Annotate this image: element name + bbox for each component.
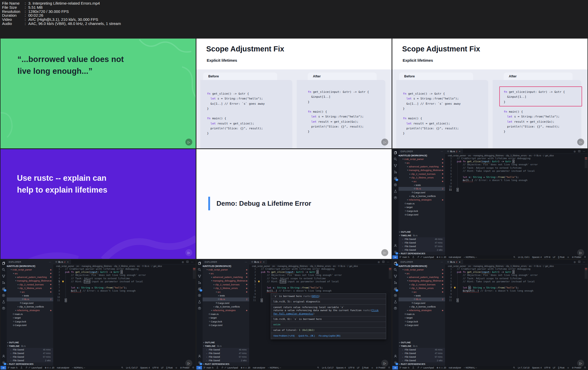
search-icon[interactable] — [394, 268, 397, 272]
feedback-item[interactable]: ☺ — [566, 256, 571, 258]
tree-item-tests[interactable]: ▸tests — [203, 294, 249, 297]
timeline-item[interactable]: ○File Saved57 mins — [399, 355, 445, 359]
minimap[interactable] — [389, 267, 392, 366]
problems-item[interactable]: ⊗4⚠20 — [435, 366, 448, 369]
sync-icon[interactable]: ↻ — [212, 366, 214, 369]
tree-item-clip-3-lifetime-errors[interactable]: ▾clip_3_lifetime_errors — [203, 286, 249, 290]
minimap[interactable] — [585, 267, 587, 366]
code-line[interactable]: 7 let s: String = String::from("hello"); — [249, 286, 389, 289]
tree-item-src[interactable]: ▾src — [399, 179, 445, 183]
workspace-row[interactable]: ▾UNTITLED (WORKSPACE) — [203, 264, 249, 268]
minimap[interactable] — [585, 157, 587, 255]
notifications-item[interactable] — [387, 366, 392, 369]
timeline-item[interactable]: ○File Saved57 mins — [399, 245, 445, 248]
code-line[interactable]: 11} — [53, 299, 193, 302]
copilot-icon[interactable] — [198, 306, 201, 310]
code-line[interactable]: 10 — [53, 296, 193, 299]
branch-item[interactable]: main↻ — [398, 256, 411, 259]
run-debug-icon[interactable] — [2, 281, 5, 284]
tree-item-src[interactable]: ▾src — [7, 290, 53, 294]
source-control-icon[interactable] — [2, 274, 5, 278]
rust-analyzer-item[interactable]: rust-analyzer — [447, 256, 462, 258]
language-item[interactable]: {} Rust — [557, 366, 566, 369]
feedback-item[interactable]: ☺ — [174, 366, 179, 369]
code-line[interactable]: 2pub fn get_slice(input: &str) -> &str { — [53, 270, 193, 274]
code-line[interactable]: 11} — [445, 299, 585, 302]
run-debug-icon[interactable] — [394, 170, 397, 174]
tree-item-advanced-pattern-matching[interactable]: ▸advanced_pattern_matching — [203, 275, 249, 279]
search-icon[interactable] — [198, 268, 201, 272]
code-line[interactable]: 1// CrabScript parser with lifetime erro… — [53, 267, 193, 270]
tree-item-cargo-toml[interactable]: ⚙Cargo.toml — [7, 301, 53, 305]
tree-item-clip-4-borrow-conflicts[interactable]: ▸clip_4_borrow_conflicts — [399, 305, 445, 309]
tree-item-cargo-toml[interactable]: ⚙Cargo.toml — [399, 191, 445, 194]
branch-item[interactable]: main↻ — [398, 366, 411, 369]
rust-analyzer-item[interactable]: rust-analyzer — [447, 366, 462, 369]
prettier-item[interactable]: ⊘Prettier — [571, 366, 583, 369]
outline-panel-header[interactable]: ▸OUTLINE — [399, 341, 445, 344]
tree-item-advanced-pattern-matching[interactable]: ▸advanced_pattern_matching — [399, 165, 445, 168]
workspace-row[interactable]: ▾UNTITLED (WORKSPACE) — [7, 264, 53, 268]
run-circle-icon[interactable] — [198, 294, 201, 297]
tree-item-cargo-toml[interactable]: ⚙Cargo.toml — [399, 301, 445, 305]
gear-icon[interactable]: 1 — [394, 361, 397, 364]
code-line[interactable]: 1// CrabScript parser with lifetime erro… — [445, 267, 585, 270]
tree-item-cargo-lock[interactable]: ≡Cargo.lock — [203, 320, 249, 323]
tab-lib-rs[interactable]: ⛭lib.rs2× — [445, 149, 463, 154]
gear-icon[interactable]: 1 — [394, 250, 397, 254]
close-icon[interactable]: × — [263, 261, 264, 263]
code-line[interactable]: 4 // Task: Adjust scope to extend lifeti… — [445, 166, 585, 169]
more-actions-icon[interactable]: ⋯ — [387, 261, 389, 263]
sync-icon[interactable]: ↻ — [408, 366, 410, 369]
code-line[interactable]: 5 // Hint: Take input as parameter inste… — [53, 280, 193, 283]
more-actions-icon[interactable]: ⋯ — [583, 150, 585, 153]
hover-action-link[interactable]: Quick Fix... (⌘.) — [298, 334, 315, 337]
tree-item-lib-rs[interactable]: ⛭lib.rs2 — [7, 297, 53, 301]
timeline-item[interactable]: ○File Saved47 mins — [399, 241, 445, 245]
tree-item-refactoring-strategies[interactable]: ▸refactoring_strategies — [399, 198, 445, 202]
tree-item-src[interactable]: ▾src — [203, 290, 249, 294]
rust-analyzer-item[interactable]: rust-analyzer — [56, 366, 70, 369]
code-line[interactable]: 2pub fn get_slice(input: &str) -> &str { — [249, 270, 389, 274]
split-editor-icon[interactable] — [186, 260, 189, 264]
tree-item-main-rs[interactable]: ⛭main.rs — [203, 312, 249, 316]
close-icon[interactable]: × — [459, 150, 460, 153]
tree-item-lib-rs[interactable]: ⛭lib.rs2 — [203, 297, 249, 301]
cursor-position[interactable]: Ln 11, Col 1 — [517, 256, 531, 258]
timeline-item[interactable]: ○File Saved47 mins — [7, 351, 53, 355]
code-line[interactable]: 8 &s[1..] // Error: s doesn't live long … — [445, 179, 585, 182]
tree-item-cargo-lock[interactable]: ≡Cargo.lock — [399, 320, 445, 323]
timeline-item[interactable]: ○File Saved47 mins — [203, 351, 249, 355]
notifications-item[interactable] — [583, 366, 587, 369]
tree-item-src[interactable]: ▾src — [203, 272, 249, 275]
code-line[interactable]: 9 — [445, 293, 585, 296]
remote-indicator-icon[interactable]: >< — [392, 366, 398, 369]
tree-item-tests[interactable]: ▸tests — [7, 294, 53, 297]
indent-item[interactable]: Spaces: 4 — [139, 366, 151, 369]
tree-item-cargo-toml[interactable]: ⚙Cargo.toml — [399, 213, 445, 216]
timeline-item[interactable]: ○File Saved46 mins — [7, 348, 53, 351]
tree-item-managing-debugging-lifetimes[interactable]: ▾managing_debugging_lifetimes — [399, 279, 445, 283]
settings-wheel-icon[interactable]: ◎ — [378, 261, 380, 263]
eol-item[interactable]: LF — [551, 256, 557, 258]
source-control-icon[interactable] — [394, 274, 397, 278]
branch-item[interactable]: main↻ — [6, 366, 19, 369]
tree-item-refactoring-strategies[interactable]: ▸refactoring_strategies — [7, 309, 53, 312]
tree-item-clip-4-borrow-conflicts[interactable]: ▸clip_4_borrow_conflicts — [399, 194, 445, 198]
copilot-icon[interactable] — [394, 196, 397, 200]
tree-item-main-rs[interactable]: ⛭main.rs — [7, 312, 53, 316]
prettier-item[interactable]: ⊘Prettier — [571, 256, 583, 258]
code-line[interactable]: 3 // Objective: Fix 'does not live long … — [445, 274, 585, 277]
testing-beaker-icon[interactable] — [198, 300, 201, 304]
code-line[interactable]: 2pub fn get_slice(input: &str) -> &str { — [445, 160, 585, 163]
tree-item-cargo-lock[interactable]: ≡Cargo.lock — [399, 209, 445, 213]
encoding-item[interactable]: UTF-8 — [347, 366, 356, 369]
tab-lib-rs[interactable]: ⛭lib.rs2× — [53, 260, 71, 264]
timeline-item[interactable]: ○File Saved57 mins — [203, 355, 249, 359]
tree-item-clip-3-lifetime-errors[interactable]: ▾clip_3_lifetime_errors — [399, 286, 445, 290]
tree-item-tests[interactable]: ▸tests — [399, 183, 445, 187]
extensions-icon[interactable]: 7 — [198, 287, 201, 291]
timeline-item[interactable]: ○File Saved46 mins — [399, 237, 445, 241]
remote-indicator-icon[interactable]: >< — [1, 366, 6, 369]
tree-item-cargo-toml[interactable]: ⚙Cargo.toml — [7, 323, 53, 327]
